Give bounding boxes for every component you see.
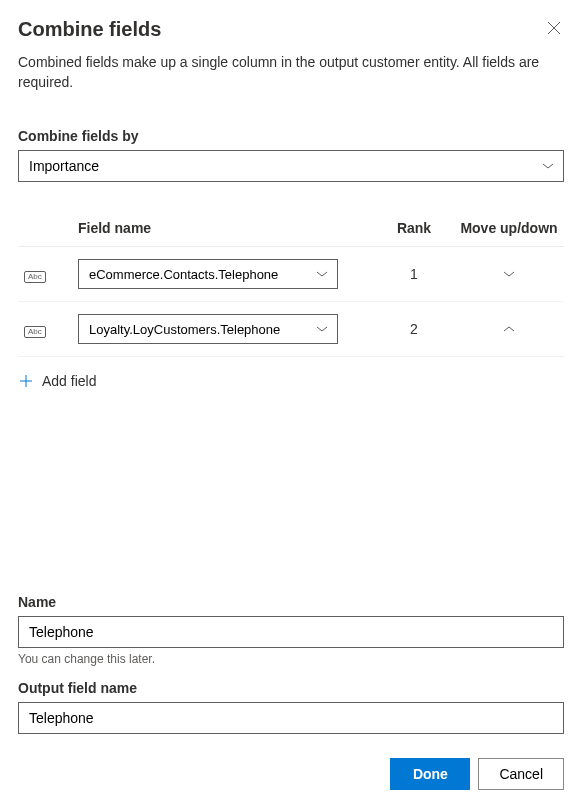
rank-cell: 2 — [374, 321, 454, 337]
button-row: Done Cancel — [18, 758, 564, 790]
output-label: Output field name — [18, 680, 564, 696]
field-type-cell: Abc — [18, 321, 78, 338]
dialog-title: Combine fields — [18, 18, 161, 41]
field-type-cell: Abc — [18, 266, 78, 283]
rank-cell: 1 — [374, 266, 454, 282]
field-name-cell — [78, 259, 374, 289]
bottom-form: Name You can change this later. Output f… — [18, 594, 564, 790]
plus-icon — [18, 373, 34, 389]
combine-by-input[interactable] — [18, 150, 564, 182]
name-helper: You can change this later. — [18, 652, 564, 666]
move-up-button[interactable] — [497, 317, 521, 341]
table-header-field: Field name — [78, 220, 374, 236]
name-input[interactable] — [18, 616, 564, 648]
combine-by-label: Combine fields by — [18, 128, 564, 144]
name-label: Name — [18, 594, 564, 610]
field-select[interactable] — [78, 314, 338, 344]
chevron-down-icon — [502, 269, 516, 279]
field-name-cell — [78, 314, 374, 344]
text-type-badge: Abc — [24, 271, 46, 283]
table-row: Abc 2 — [18, 302, 564, 357]
move-down-button[interactable] — [497, 262, 521, 286]
move-cell — [454, 262, 564, 286]
done-button[interactable]: Done — [390, 758, 470, 790]
chevron-up-icon — [502, 324, 516, 334]
table-row: Abc 1 — [18, 247, 564, 302]
table-header-move: Move up/down — [454, 220, 564, 236]
add-field-label: Add field — [42, 373, 96, 389]
field-select-input[interactable] — [78, 314, 338, 344]
table-header-rank: Rank — [374, 220, 454, 236]
text-type-badge: Abc — [24, 326, 46, 338]
dialog-header: Combine fields — [18, 18, 564, 41]
field-select-input[interactable] — [78, 259, 338, 289]
combine-by-select[interactable] — [18, 150, 564, 182]
add-field-button[interactable]: Add field — [18, 373, 564, 389]
output-input[interactable] — [18, 702, 564, 734]
move-cell — [454, 317, 564, 341]
table-header-row: Field name Rank Move up/down — [18, 210, 564, 247]
close-icon — [547, 21, 561, 35]
close-button[interactable] — [544, 18, 564, 38]
dialog-description: Combined fields make up a single column … — [18, 53, 564, 92]
cancel-button[interactable]: Cancel — [478, 758, 564, 790]
field-select[interactable] — [78, 259, 338, 289]
